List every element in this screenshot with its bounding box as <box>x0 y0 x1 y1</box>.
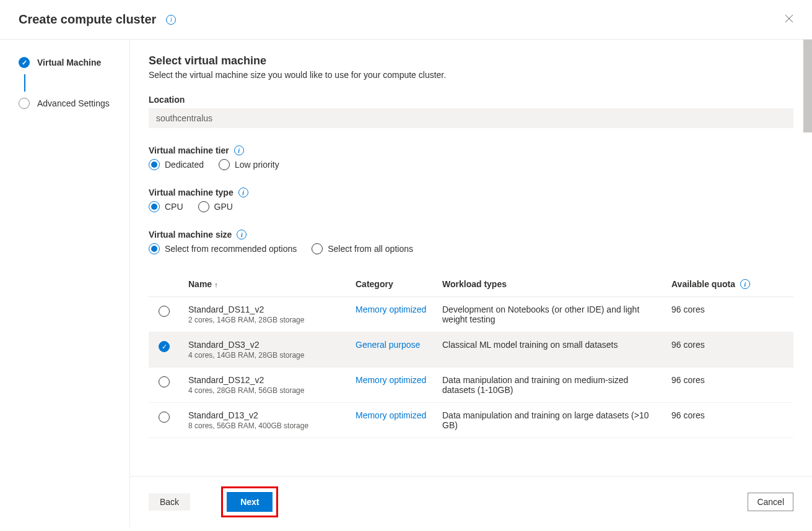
category-link[interactable]: General purpose <box>356 340 420 350</box>
quota-text: 96 cores <box>671 304 784 314</box>
type-label: Virtual machine type i <box>149 188 793 197</box>
category-link[interactable]: Memory optimized <box>356 410 426 420</box>
workload-text: Data manipulation and training on large … <box>442 410 671 430</box>
size-label: Virtual machine size i <box>149 230 793 240</box>
vm-spec: 4 cores, 14GB RAM, 28GB storage <box>188 351 356 360</box>
col-header-name[interactable]: Name↑ <box>188 279 356 289</box>
tier-label: Virtual machine tier i <box>149 145 793 155</box>
vm-size-table: Name↑ Category Workload types Available … <box>149 272 793 438</box>
step-connector <box>24 74 25 92</box>
dialog-footer: Back Next Cancel <box>130 476 812 527</box>
table-row[interactable]: Standard_D13_v28 cores, 56GB RAM, 400GB … <box>149 403 793 438</box>
vm-name: Standard_DS12_v2 <box>188 375 356 385</box>
row-select-icon[interactable] <box>159 412 170 423</box>
quota-text: 96 cores <box>671 375 784 385</box>
dialog-header: Create compute cluster i <box>0 0 812 40</box>
workload-text: Classical ML model training on small dat… <box>442 340 671 350</box>
next-button[interactable]: Next <box>227 492 273 512</box>
close-icon[interactable] <box>785 14 793 25</box>
check-icon: ✓ <box>19 57 30 68</box>
radio-low-priority[interactable]: Low priority <box>219 159 279 170</box>
table-row[interactable]: Standard_DS11_v22 cores, 14GB RAM, 28GB … <box>149 297 793 332</box>
radio-dedicated[interactable]: Dedicated <box>149 159 204 170</box>
col-header-quota[interactable]: Available quota i <box>671 279 784 289</box>
section-subtitle: Select the virtual machine size you woul… <box>149 70 793 80</box>
workload-text: Data manipulation and training on medium… <box>442 375 671 395</box>
scrollbar[interactable] <box>803 40 812 132</box>
row-select-icon[interactable] <box>159 376 170 387</box>
info-icon[interactable]: i <box>234 145 244 155</box>
vm-spec: 4 cores, 28GB RAM, 56GB storage <box>188 386 356 395</box>
info-icon[interactable]: i <box>237 230 247 240</box>
quota-text: 96 cores <box>671 340 784 350</box>
row-select-icon[interactable]: ✓ <box>159 341 170 352</box>
sort-asc-icon: ↑ <box>214 281 218 288</box>
radio-all-options[interactable]: Select from all options <box>312 243 413 254</box>
radio-cpu[interactable]: CPU <box>149 201 183 212</box>
step-label: Virtual Machine <box>37 58 101 67</box>
radio-recommended[interactable]: Select from recommended options <box>149 243 297 254</box>
category-link[interactable]: Memory optimized <box>356 375 426 385</box>
location-value: southcentralus <box>149 108 793 128</box>
vm-spec: 2 cores, 14GB RAM, 28GB storage <box>188 316 356 324</box>
step-virtual-machine[interactable]: ✓ Virtual Machine <box>0 54 129 71</box>
location-label: Location <box>149 95 793 105</box>
table-row[interactable]: Standard_DS12_v24 cores, 28GB RAM, 56GB … <box>149 368 793 403</box>
step-advanced-settings[interactable]: Advanced Settings <box>0 95 129 111</box>
wizard-sidebar: ✓ Virtual Machine Advanced Settings <box>0 40 130 527</box>
vm-name: Standard_DS3_v2 <box>188 340 356 350</box>
vm-name: Standard_DS11_v2 <box>188 304 356 314</box>
page-title: Create compute cluster <box>19 12 156 27</box>
workload-text: Development on Notebooks (or other IDE) … <box>442 304 671 324</box>
highlight-box: Next <box>221 486 278 517</box>
info-icon[interactable]: i <box>740 279 750 289</box>
vm-spec: 8 cores, 56GB RAM, 400GB storage <box>188 421 356 430</box>
col-header-category[interactable]: Category <box>356 279 442 289</box>
row-select-icon[interactable] <box>159 306 170 317</box>
cancel-button[interactable]: Cancel <box>748 493 793 511</box>
col-header-workload[interactable]: Workload types <box>442 279 671 289</box>
back-button[interactable]: Back <box>149 493 190 511</box>
section-heading: Select virtual machine <box>149 54 793 67</box>
radio-gpu[interactable]: GPU <box>198 201 233 212</box>
table-row[interactable]: ✓Standard_DS3_v24 cores, 14GB RAM, 28GB … <box>149 332 793 368</box>
quota-text: 96 cores <box>671 410 784 420</box>
info-icon[interactable]: i <box>238 188 248 197</box>
circle-icon <box>19 98 30 109</box>
category-link[interactable]: Memory optimized <box>356 304 426 314</box>
info-icon[interactable]: i <box>166 15 176 25</box>
vm-name: Standard_D13_v2 <box>188 410 356 420</box>
step-label: Advanced Settings <box>37 98 110 108</box>
